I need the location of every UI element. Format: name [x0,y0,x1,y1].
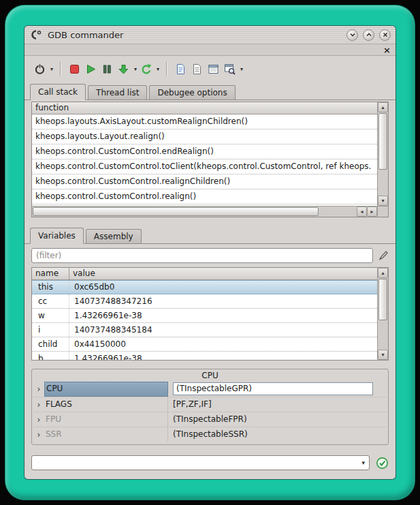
scroll-up-icon[interactable]: ▴ [378,268,388,278]
tab-debugee-options[interactable]: Debugee options [149,85,235,100]
filter-pen-icon[interactable] [378,250,389,261]
callstack-panel: function kheops.layouts.AxisLayout.custo… [31,102,389,217]
callstack-row[interactable]: kheops.control.CustomControl.realignChil… [32,174,377,189]
toolbar-separator [60,61,61,76]
variable-name-cell: i [32,323,69,337]
confirm-button[interactable] [375,456,389,470]
variable-name-cell: this [32,281,69,294]
run-button[interactable] [84,60,98,78]
scroll-left-icon[interactable]: ◂ [357,206,367,217]
variable-value-cell: 140737488347216 [69,294,377,308]
column-header-function[interactable]: function [32,102,69,114]
variable-row[interactable]: this 0xc65db0 [32,280,377,294]
command-row: ▾ [31,455,389,471]
variables-tabbar: Variables Assembly [25,226,395,244]
cpu-row[interactable]: › FPU (TInspectableFPR) [33,412,387,427]
filter-row [25,245,395,266]
cpu-row[interactable]: › SSR (TInspectableSSR) [33,427,387,442]
tab-assembly[interactable]: Assembly [86,229,142,243]
scrollbar-track[interactable] [378,278,388,350]
variable-name-cell: w [32,309,69,322]
variable-row[interactable]: w 1.43266961e-38 [32,309,377,323]
expand-arrow-icon[interactable]: › [33,427,44,442]
step-into-dropdown-icon[interactable]: ▾ [134,66,137,72]
filter-input[interactable] [31,248,373,263]
tab-thread-list[interactable]: Thread list [88,85,147,100]
variable-row[interactable]: b 1.43266961e-38 [32,352,377,360]
callstack-tabbar: Call stack Thread list Debugee options [25,82,395,100]
variable-value-cell: 0xc65db0 [69,281,377,294]
expand-arrow-icon[interactable]: › [33,397,44,412]
column-header-name[interactable]: name [32,268,69,279]
cpu-groupbox-title: CPU [33,370,387,382]
variable-value-cell: 140737488345184 [69,323,377,337]
scrollbar-thumb[interactable] [378,113,387,170]
callstack-row[interactable]: kheops.layouts.Layout.realign() [32,129,377,144]
callstack-vertical-scrollbar[interactable]: ▴ ▾ [377,102,388,206]
watch-window-button[interactable] [206,60,221,78]
power-button[interactable] [33,60,47,78]
scrollbar-thumb[interactable] [378,279,387,320]
scroll-right-icon[interactable]: ▸ [367,206,377,217]
cpu-row[interactable]: › FLAGS [PF,ZF,IF] [33,397,387,412]
expand-arrow-icon[interactable]: › [33,382,44,397]
toolbar-separator [166,61,167,76]
scroll-down-icon[interactable]: ▾ [378,350,388,360]
window-controls [346,29,391,41]
scroll-up-icon[interactable]: ▴ [378,102,388,112]
pause-button[interactable] [100,60,114,78]
output-log-button[interactable] [190,60,204,78]
variables-panel: name value this 0xc65db0 cc 140737488347… [31,267,389,361]
variable-row[interactable]: i 140737488345184 [32,323,377,337]
cpu-row-name: FLAGS [44,397,168,412]
scroll-down-icon[interactable]: ▾ [378,196,388,206]
variable-row[interactable]: cc 140737488347216 [32,294,377,309]
app-icon[interactable] [29,30,43,40]
inspector-button[interactable] [223,60,237,78]
scrollbar-track[interactable] [378,112,388,196]
gdb-commander-window: GDB commander × [25,26,395,479]
step-over-dropdown-icon[interactable]: ▾ [157,66,159,72]
teal-frame: GDB commander × [5,5,415,500]
expand-arrow-icon[interactable]: › [33,412,44,427]
dock-titlebar: × [25,44,395,56]
stop-button[interactable] [67,60,82,78]
tab-call-stack[interactable]: Call stack [30,84,86,100]
callstack-row[interactable]: kheops.layouts.AxisLayout.customRealignC… [32,114,377,129]
titlebar[interactable]: GDB commander [25,26,395,44]
step-into-button[interactable] [116,60,131,78]
cpu-row-name: CPU [44,382,168,397]
callstack-row[interactable]: kheops.control.CustomControl.endRealign(… [32,144,377,159]
debug-toolbar: ▾ ▾ [25,56,395,82]
cpu-row-name: FPU [44,412,168,427]
callstack-header: function [32,102,377,114]
source-doc-button[interactable] [174,60,188,78]
variables-vertical-scrollbar[interactable]: ▴ ▾ [377,268,388,360]
power-dropdown-icon[interactable]: ▾ [50,66,53,72]
combobox-dropdown-icon[interactable]: ▾ [361,456,365,470]
shade-button[interactable] [346,29,358,41]
callstack-row[interactable]: kheops.control.CustomControl.realign() [32,189,377,204]
cpu-row-value: [PF,ZF,IF] [168,397,387,412]
close-button[interactable] [379,29,391,41]
variables-table: name value this 0xc65db0 cc 140737488347… [32,268,377,360]
cpu-groupbox: CPU › CPU (TInspectableGPR) › FLAGS [PF,… [31,369,389,445]
callstack-row[interactable]: kheops.control.CustomControl.toClient(kh… [32,159,377,174]
column-header-value[interactable]: value [69,268,95,279]
tab-variables[interactable]: Variables [30,228,84,244]
variable-name-cell: child [32,337,69,351]
cpu-value-editor[interactable]: (TInspectableGPR) [173,382,373,395]
scrollbar-thumb[interactable] [33,207,319,216]
inspector-dropdown-icon[interactable]: ▾ [240,66,243,72]
dock-close-icon[interactable]: × [383,46,391,55]
step-over-button[interactable] [139,60,153,78]
callstack-table: function kheops.layouts.AxisLayout.custo… [32,102,377,206]
maximize-button[interactable] [363,29,374,41]
cpu-row-name: SSR [44,427,168,442]
command-combobox[interactable]: ▾ [31,455,370,470]
callstack-horizontal-scrollbar[interactable]: ◂ ▸ [32,206,377,217]
cpu-row[interactable]: › CPU (TInspectableGPR) [33,382,387,397]
window-title: GDB commander [48,30,346,40]
variable-row[interactable]: child 0x44150000 [32,337,377,352]
scrollbar-track[interactable] [32,206,357,217]
